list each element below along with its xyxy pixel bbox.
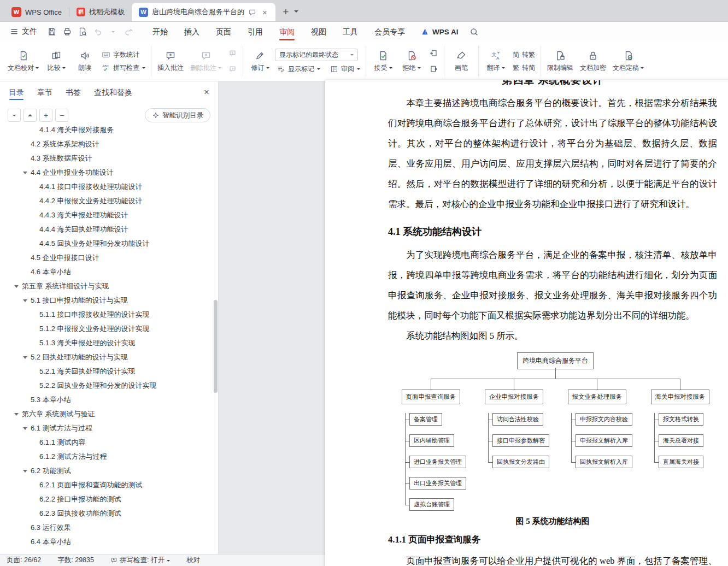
word-count-button[interactable]: 123 字数统计	[99, 50, 148, 60]
figure-5-org-chart[interactable]: 跨境电商综合服务平台 页面申报查询服务备案管理区内辅助管理进口业务报关管理出口业…	[402, 352, 728, 511]
toc-item[interactable]: 6.1.1 测试内容	[0, 435, 218, 450]
toc-item[interactable]: 6.3 运行效果	[0, 521, 218, 535]
toc-item[interactable]: 6.2.1 页面申报和查询功能的测试	[0, 478, 218, 492]
restrict-editing-button[interactable]: 限制编辑	[544, 44, 576, 78]
toc-item[interactable]: 6.1.2 测试方法与过程	[0, 450, 218, 464]
menu-tab-page[interactable]: 页面	[208, 22, 239, 42]
close-sidebar-icon[interactable]: ×	[204, 87, 209, 98]
collapse-caret-icon[interactable]	[23, 470, 27, 475]
menu-tab-tools[interactable]: 工具	[334, 22, 366, 42]
next-comment-button[interactable]	[226, 63, 238, 75]
show-markup-button[interactable]: 显示标记	[275, 64, 322, 74]
track-changes-button[interactable]: 修订	[246, 44, 274, 78]
paragraph[interactable]: 为了实现跨境电商综合服务平台，满足企业的备案申报，核注清单、核放单申报，跨境四单…	[388, 245, 717, 326]
undo-button[interactable]	[91, 25, 105, 39]
tab-wps-office[interactable]: W WPS Office	[4, 3, 69, 21]
zoom-out-toc-button[interactable]: −	[55, 109, 68, 122]
next-revision-button[interactable]	[427, 63, 439, 75]
reject-revision-button[interactable]: 拒绝	[398, 44, 425, 78]
paragraph[interactable]: 本章主要描述跨境电商综合服务平台的概要设计。首先，根据需求分析结果我们对跨境电商…	[388, 93, 717, 214]
close-tab-icon[interactable]: ×	[261, 8, 268, 17]
toc-item[interactable]: 4.4.1 接口申报接收处理功能设计	[0, 180, 218, 194]
collapse-caret-icon[interactable]	[14, 413, 19, 418]
previous-revision-button[interactable]	[427, 48, 439, 60]
menu-tab-insert[interactable]: 插入	[176, 22, 208, 42]
panel-tab-bookmarks[interactable]: 书签	[60, 81, 86, 103]
toc-item[interactable]: 5.2 回执处理功能的设计与实现	[0, 350, 218, 364]
toc-item[interactable]: 5.1 接口申报功能的设计与实现	[0, 293, 218, 308]
section-heading-4-1-1[interactable]: 4.1.1 页面申报查询服务	[388, 534, 717, 546]
toc-item[interactable]: 5.3 本章小结	[0, 393, 218, 407]
figure-reference-line[interactable]: 系统功能结构图如图 5 所示。	[388, 326, 717, 346]
collapse-caret-icon[interactable]	[14, 285, 19, 290]
collapse-caret-icon[interactable]	[23, 427, 27, 432]
toc-item[interactable]: 5.1.3 海关申报处理的设计实现	[0, 336, 218, 350]
print-button[interactable]	[60, 25, 74, 39]
toc-item[interactable]: 第六章 系统测试与验证	[0, 407, 218, 421]
status-spellcheck[interactable]: 拼写检查: 打开	[110, 556, 170, 565]
read-aloud-button[interactable]: 朗读	[71, 44, 98, 78]
toc-item[interactable]: 4.6 本章小结	[0, 265, 218, 279]
status-word-count[interactable]: 字数: 29835	[57, 556, 94, 565]
translate-button[interactable]: 文A 翻译	[482, 44, 509, 78]
redo-button[interactable]	[121, 25, 136, 39]
review-pane-button[interactable]: 审阅	[328, 64, 362, 74]
toc-item[interactable]: 5.1.2 申报报文业务处理的设计实现	[0, 322, 218, 336]
traditional-to-simplified-button[interactable]: 繁 转简	[510, 63, 537, 73]
menu-tab-view[interactable]: 视图	[303, 22, 334, 42]
toc-item[interactable]: 4.4 企业申报业务功能设计	[0, 166, 218, 180]
tab-docer-templates[interactable]: 稻 找稻壳模板	[69, 3, 132, 21]
toc-item[interactable]: 5.2.1 海关回执处理的设计实现	[0, 364, 218, 379]
collapse-caret-icon[interactable]	[23, 299, 27, 304]
toc-item[interactable]: 6.2.3 回执接收功能的测试	[0, 506, 218, 521]
finalize-document-button[interactable]: 文档定稿	[610, 44, 647, 78]
toc-item[interactable]: 4.1.4 海关申报对接服务	[0, 123, 218, 137]
status-page-indicator[interactable]: 页面: 26/62	[7, 556, 41, 565]
search-icon[interactable]	[467, 25, 482, 39]
toc-item[interactable]: 6.2 功能测试	[0, 464, 218, 478]
expand-all-button[interactable]	[8, 109, 21, 122]
new-tab-button[interactable]: +	[279, 5, 293, 19]
delete-comment-button[interactable]: 删除批注	[187, 44, 224, 78]
toc-item[interactable]: 4.4.4 海关回执处理功能设计	[0, 222, 218, 237]
save-button[interactable]	[45, 25, 59, 39]
panel-tab-find-replace[interactable]: 查找和替换	[89, 81, 138, 103]
paragraph[interactable]: 页面申报查询服务可以给企业用户提供可视化的 web 界面，包括了备案管理、区内	[388, 551, 717, 566]
toc-item[interactable]: 5.1.1 接口申报接收处理的设计实现	[0, 308, 218, 322]
toc-item[interactable]: 6.2.2 接口申报功能的测试	[0, 492, 218, 506]
encrypt-document-button[interactable]: 文档加密	[577, 44, 609, 78]
doc-proofread-button[interactable]: 文档校对	[5, 44, 42, 78]
document-page[interactable]: 第四章 系统概要设计 本章主要描述跨境电商综合服务平台的概要设计。首先，根据需求…	[325, 80, 728, 566]
menu-tab-member[interactable]: 会员专享	[366, 22, 413, 42]
toc-item[interactable]: 6.4 本章小结	[0, 535, 218, 549]
figure-caption[interactable]: 图 5 系统功能结构图	[388, 516, 717, 527]
chapter-heading[interactable]: 第四章 系统概要设计	[388, 80, 717, 87]
toc-item[interactable]: 4.2 系统体系架构设计	[0, 137, 218, 151]
ink-pen-button[interactable]: 画笔	[448, 44, 475, 78]
toc-item[interactable]: 第五章 系统详细设计与实现	[0, 279, 218, 293]
smart-toc-button[interactable]: 智能识别目录	[145, 108, 210, 122]
file-menu-button[interactable]: 文件	[5, 22, 42, 42]
menu-tab-reference[interactable]: 引用	[239, 22, 271, 42]
collapse-all-button[interactable]	[24, 109, 37, 122]
collapse-caret-icon[interactable]	[23, 172, 27, 176]
menu-tab-review[interactable]: 审阅	[271, 22, 303, 42]
section-heading-4-1[interactable]: 4.1 系统功能结构设计	[388, 225, 717, 238]
print-preview-button[interactable]	[75, 25, 90, 39]
toc-item[interactable]: 4.5 企业申报接口设计	[0, 251, 218, 265]
previous-comment-button[interactable]	[226, 48, 238, 60]
toc-item[interactable]: 6.1 测试方法与过程	[0, 421, 218, 435]
wps-ai-button[interactable]: WPS AI	[421, 27, 459, 36]
tab-list-caret-icon[interactable]	[294, 10, 298, 15]
spell-check-button[interactable]: ABC 拼写检查	[99, 63, 148, 73]
toc-item[interactable]: 4.4.2 申报报文业务处理功能设计	[0, 194, 218, 208]
simplified-to-traditional-button[interactable]: 简 转繁	[510, 50, 537, 60]
compare-button[interactable]: 比较	[43, 44, 70, 78]
insert-comment-button[interactable]: 插入批注	[155, 44, 186, 78]
panel-tab-toc[interactable]: 目录	[3, 81, 30, 103]
menu-tab-start[interactable]: 开始	[144, 22, 176, 42]
toc-item[interactable]: 4.3 系统数据库设计	[0, 151, 218, 166]
toc-item[interactable]: 4.4.3 海关申报处理功能设计	[0, 208, 218, 222]
toc-scrollbar[interactable]	[214, 300, 218, 393]
toc-item[interactable]: 4.4.5 回执业务处理和分发功能设计	[0, 237, 218, 251]
